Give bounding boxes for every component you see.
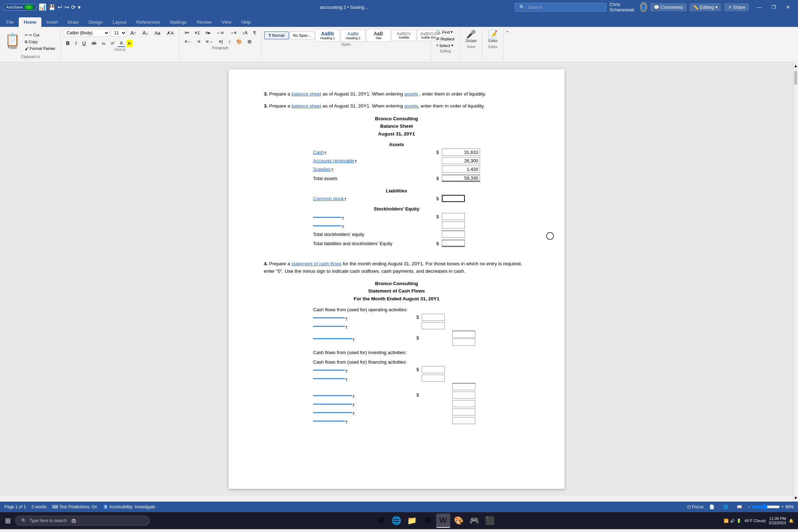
tab-home[interactable]: Home xyxy=(19,17,41,27)
taskbar-explorer[interactable]: 📁 xyxy=(405,514,419,528)
autosave-icon[interactable]: ⟳ xyxy=(71,4,76,11)
cf-fin-dd6-arrow[interactable]: ▾ xyxy=(346,420,347,423)
print-layout-btn[interactable]: 📄 xyxy=(706,504,717,510)
style-subtitle[interactable]: AaBbCc Subtitle xyxy=(392,30,416,41)
change-case-btn[interactable]: Aa xyxy=(152,29,163,37)
redo-icon[interactable]: ↪ xyxy=(64,4,69,11)
cf-op-input2[interactable] xyxy=(422,322,445,329)
ribbon-collapse-btn[interactable]: ⌃ xyxy=(504,28,511,60)
cf-op-dd2-arrow[interactable]: ▾ xyxy=(346,325,347,329)
cf-fin-sub1[interactable] xyxy=(452,383,475,390)
tab-mailings[interactable]: Mailings xyxy=(165,17,192,27)
cf-op-input3b[interactable] xyxy=(452,339,475,346)
balance-sheet-link2[interactable]: balance sheet xyxy=(291,103,321,109)
share-btn[interactable]: ↗ Share xyxy=(724,3,749,11)
decrease-font-btn[interactable]: A↓ xyxy=(140,29,151,37)
editing-btn[interactable]: ✏️ Editing ▾ xyxy=(689,3,722,11)
style-h2[interactable]: AaBb Heading 2 xyxy=(341,29,365,42)
justify-btn[interactable]: ≡| xyxy=(216,38,225,45)
read-mode-btn[interactable]: 📖 xyxy=(734,504,745,510)
equity-dd2[interactable]: ▾ xyxy=(313,224,344,228)
cf-fin-input3[interactable] xyxy=(452,392,475,399)
restore-btn[interactable]: ❐ xyxy=(767,0,781,14)
taskbar-mail[interactable]: ✉ xyxy=(421,514,435,528)
ar-dropdown[interactable]: Accounts receivable ▾ xyxy=(313,158,357,163)
font-color-btn[interactable]: A xyxy=(117,39,126,47)
comments-btn[interactable]: 💬 Comments xyxy=(650,3,687,11)
cash-dd-arrow[interactable]: ▾ xyxy=(324,150,326,154)
increase-indent-btn[interactable]: →≡ xyxy=(227,29,239,36)
common-stock-input[interactable] xyxy=(442,195,465,202)
cf-fin-dd1[interactable]: ▾ xyxy=(313,369,347,372)
numbering-btn[interactable]: ≡1 xyxy=(192,29,202,36)
scroll-thumb[interactable] xyxy=(794,71,797,85)
shading-btn[interactable]: 🎨 xyxy=(234,38,244,45)
paste-btn[interactable]: 📋 Paste xyxy=(3,32,22,51)
scroll-down-btn[interactable]: ▼ xyxy=(793,495,798,502)
subscript-btn[interactable]: x₂ xyxy=(99,40,108,47)
assets-link2[interactable]: assets xyxy=(404,103,418,109)
cf-fin-dd2-arrow[interactable]: ▾ xyxy=(346,377,347,381)
cf-fin-dd4-arrow[interactable]: ▾ xyxy=(353,403,354,406)
taskbar-edge[interactable]: 🌐 xyxy=(389,514,404,528)
main-content[interactable]: 3. Prepare a balance sheet as of August … xyxy=(0,62,793,502)
cf-fin-dd6[interactable]: ▾ xyxy=(313,420,347,423)
style-no-space[interactable]: No Spac... xyxy=(290,31,314,39)
taskbar-search[interactable]: 🔍 Type here to search 🐼 xyxy=(15,516,150,526)
cash-dropdown[interactable]: Cash ▾ xyxy=(313,150,326,155)
cf-op-input3[interactable] xyxy=(452,331,475,338)
cf-fin-dd1-arrow[interactable]: ▾ xyxy=(346,369,347,372)
increase-font-btn[interactable]: A↑ xyxy=(128,29,139,37)
equity-dd2-arrow[interactable]: ▾ xyxy=(342,224,344,228)
ar-dd-arrow[interactable]: ▾ xyxy=(355,159,357,163)
common-stock-dd-arrow[interactable]: ▾ xyxy=(345,197,346,201)
cf-fin-input2[interactable] xyxy=(422,375,445,382)
supplies-dd-arrow[interactable]: ▾ xyxy=(331,167,333,171)
align-center-btn[interactable]: ≡ xyxy=(195,38,203,45)
scrollbar-right[interactable]: ▲ ▼ xyxy=(793,62,798,502)
save-icon[interactable]: 💾 xyxy=(48,4,56,11)
cash-flows-link[interactable]: statement of cash flows xyxy=(291,261,341,266)
total-assets-input[interactable]: 59,330 xyxy=(442,175,480,182)
format-painter-btn[interactable]: 🖌 Format Painter xyxy=(23,46,58,51)
equity-dd1-arrow[interactable]: ▾ xyxy=(342,216,344,220)
strikethrough-btn[interactable]: ab xyxy=(89,40,99,47)
font-size-select[interactable]: 11 12 14 xyxy=(111,29,127,37)
close-btn[interactable]: ✕ xyxy=(781,0,795,14)
select-btn[interactable]: ⌖ Select ▾ xyxy=(434,42,457,48)
bold-btn[interactable]: B xyxy=(64,39,72,47)
dictate-btn[interactable]: 🎤 Dictate xyxy=(463,29,479,44)
cf-op-dd1[interactable]: ▾ xyxy=(313,316,347,320)
style-title[interactable]: AaB Title xyxy=(366,29,391,42)
clear-format-btn[interactable]: ✗A xyxy=(164,29,176,37)
volume-icon[interactable]: 🔊 xyxy=(730,519,735,523)
highlight-btn[interactable]: A xyxy=(126,40,133,47)
taskbar-task-view[interactable]: ⊞ xyxy=(374,514,388,528)
tab-design[interactable]: Design xyxy=(83,17,108,27)
cf-op-dd1-arrow[interactable]: ▾ xyxy=(346,316,347,320)
ar-input[interactable]: 26,300 xyxy=(442,157,480,164)
tab-insert[interactable]: Insert xyxy=(41,17,63,27)
tab-references[interactable]: References xyxy=(131,17,164,27)
title-search-box[interactable]: 🔍 Search xyxy=(515,3,607,12)
notification-icon[interactable]: 🔔 xyxy=(789,519,794,523)
avatar[interactable]: 👤 xyxy=(640,2,647,12)
tab-file[interactable]: File xyxy=(1,17,19,27)
cf-fin-dd5[interactable]: ▾ xyxy=(313,411,354,415)
equity-dd1[interactable]: ▾ xyxy=(313,216,344,220)
taskbar-word[interactable]: W xyxy=(436,514,450,528)
total-liab-eq-input[interactable] xyxy=(442,240,465,247)
total-se-input[interactable] xyxy=(442,231,465,238)
cf-fin-input1[interactable] xyxy=(422,366,445,373)
copy-btn[interactable]: ⧉ Copy xyxy=(23,39,58,45)
tab-review[interactable]: Review xyxy=(192,17,217,27)
web-layout-btn[interactable]: 🌐 xyxy=(720,504,731,510)
superscript-btn[interactable]: x² xyxy=(109,40,117,46)
supplies-dropdown[interactable]: Supplies ▾ xyxy=(313,167,333,172)
italic-btn[interactable]: I xyxy=(73,39,79,47)
taskbar-app3[interactable]: ⬛ xyxy=(483,514,497,528)
cf-op-dd2[interactable]: ▾ xyxy=(313,325,347,329)
cut-btn[interactable]: ✂ ✂ Cut xyxy=(23,32,58,38)
cf-fin-dd3-arrow[interactable]: ▾ xyxy=(353,394,354,398)
cash-input[interactable]: 31,610 xyxy=(442,149,480,156)
